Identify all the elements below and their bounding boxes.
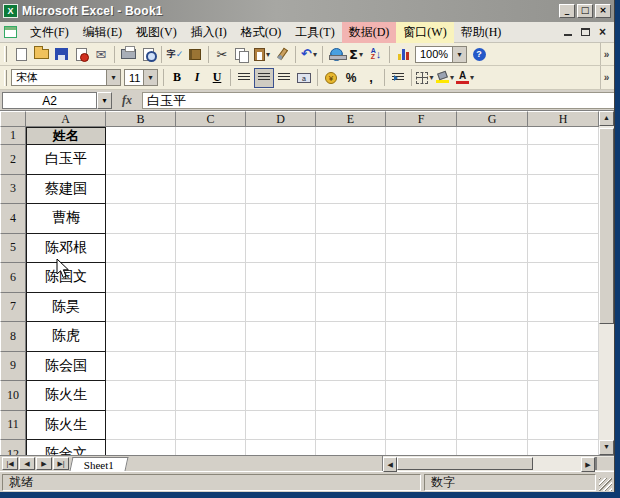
menu-item[interactable]: 工具(T) <box>288 22 341 43</box>
cell-c9[interactable] <box>176 352 246 382</box>
previous-sheet-button[interactable]: ◀ <box>19 457 35 470</box>
menu-item[interactable]: 插入(I) <box>184 22 234 43</box>
vertical-scrollbar[interactable]: ▲ ▼ <box>599 111 614 455</box>
cell-g9[interactable] <box>457 352 528 382</box>
cell-f10[interactable] <box>386 381 457 411</box>
toolbar-drag-handle[interactable] <box>4 46 7 62</box>
cell-d9[interactable] <box>246 352 316 382</box>
cell-f9[interactable] <box>386 352 457 382</box>
email-button[interactable]: ✉ <box>91 44 111 64</box>
cell-e2[interactable] <box>316 145 386 175</box>
menu-item[interactable]: 窗口(W) <box>396 22 453 43</box>
maximize-button[interactable]: □ <box>577 4 593 18</box>
cell-e10[interactable] <box>316 381 386 411</box>
chevron-down-icon[interactable]: ▾ <box>266 50 270 59</box>
cell-g1[interactable] <box>457 127 528 145</box>
cut-button[interactable]: ✂ <box>212 44 232 64</box>
cell-h8[interactable] <box>528 322 599 352</box>
column-header-c[interactable]: C <box>176 111 246 127</box>
horizontal-scrollbar-thumb[interactable] <box>397 457 533 470</box>
cell-d5[interactable] <box>246 234 316 264</box>
toolbar-options-button[interactable]: » <box>600 43 612 65</box>
cell-g7[interactable] <box>457 293 528 323</box>
formula-input[interactable]: 白玉平 <box>142 92 614 109</box>
cell-h9[interactable] <box>528 352 599 382</box>
cell-h4[interactable] <box>528 204 599 234</box>
help-button[interactable]: ? <box>469 44 489 64</box>
cell-a9[interactable]: 陈会国 <box>26 352 106 382</box>
cell-d6[interactable] <box>246 263 316 293</box>
chart-wizard-button[interactable] <box>393 44 413 64</box>
cell-g8[interactable] <box>457 322 528 352</box>
workbook-close-icon[interactable]: × <box>599 27 606 37</box>
cell-d3[interactable] <box>246 175 316 205</box>
cell-f5[interactable] <box>386 234 457 264</box>
chevron-down-icon[interactable]: ▾ <box>470 73 474 82</box>
cell-h3[interactable] <box>528 175 599 205</box>
chevron-down-icon[interactable]: ▾ <box>452 47 466 62</box>
autosum-button[interactable]: Σ▾ <box>346 44 366 64</box>
row-header-12[interactable]: 12 <box>0 440 26 455</box>
new-button[interactable] <box>11 44 31 64</box>
cell-f6[interactable] <box>386 263 457 293</box>
cell-b12[interactable] <box>106 440 176 455</box>
cell-h1[interactable] <box>528 127 599 145</box>
menu-item[interactable]: 文件(F) <box>23 22 76 43</box>
cell-e9[interactable] <box>316 352 386 382</box>
scroll-down-button[interactable]: ▼ <box>599 440 614 455</box>
column-header-f[interactable]: F <box>386 111 457 127</box>
minimize-button[interactable]: _ <box>559 4 575 18</box>
row-header-10[interactable]: 10 <box>0 381 26 411</box>
cell-h5[interactable] <box>528 234 599 264</box>
currency-style-button[interactable]: ¥ <box>321 68 341 88</box>
cell-f2[interactable] <box>386 145 457 175</box>
italic-button[interactable]: I <box>187 68 207 88</box>
cell-c1[interactable] <box>176 127 246 145</box>
cell-c6[interactable] <box>176 263 246 293</box>
cell-c4[interactable] <box>176 204 246 234</box>
cell-b3[interactable] <box>106 175 176 205</box>
scroll-right-button[interactable]: ▶ <box>581 457 595 472</box>
insert-function-button[interactable]: fx <box>112 93 142 108</box>
cell-c7[interactable] <box>176 293 246 323</box>
cell-h10[interactable] <box>528 381 599 411</box>
column-header-g[interactable]: G <box>457 111 528 127</box>
cell-a7[interactable]: 陈昊 <box>26 293 106 323</box>
cell-a10[interactable]: 陈火生 <box>26 381 106 411</box>
align-right-button[interactable] <box>274 68 294 88</box>
cell-f12[interactable] <box>386 440 457 455</box>
cell-b4[interactable] <box>106 204 176 234</box>
cell-e4[interactable] <box>316 204 386 234</box>
font-color-button[interactable]: A ▾ <box>455 68 475 88</box>
cell-c11[interactable] <box>176 411 246 441</box>
cell-f4[interactable] <box>386 204 457 234</box>
cell-c10[interactable] <box>176 381 246 411</box>
workbook-icon[interactable] <box>4 26 17 38</box>
row-header-5[interactable]: 5 <box>0 234 26 264</box>
tab-sheet1[interactable]: Sheet1 <box>70 457 129 471</box>
row-header-1[interactable]: 1 <box>0 127 26 145</box>
close-button[interactable]: × <box>595 4 611 18</box>
save-button[interactable] <box>51 44 71 64</box>
vertical-scrollbar-thumb[interactable] <box>599 128 614 324</box>
menu-item[interactable]: 数据(D) <box>342 22 397 43</box>
cell-a2[interactable]: 白玉平 <box>26 145 106 175</box>
workbook-minimize-icon[interactable] <box>564 34 572 36</box>
cell-h11[interactable] <box>528 411 599 441</box>
excel-app-icon[interactable]: X <box>3 4 18 18</box>
undo-button[interactable]: ↶▾ <box>299 44 319 64</box>
align-left-button[interactable] <box>234 68 254 88</box>
workbook-restore-icon[interactable] <box>581 28 590 36</box>
column-header-d[interactable]: D <box>246 111 316 127</box>
cell-c8[interactable] <box>176 322 246 352</box>
row-header-8[interactable]: 8 <box>0 322 26 352</box>
cell-b5[interactable] <box>106 234 176 264</box>
row-header-2[interactable]: 2 <box>0 145 26 175</box>
cell-d2[interactable] <box>246 145 316 175</box>
cell-c2[interactable] <box>176 145 246 175</box>
scroll-up-button[interactable]: ▲ <box>599 111 614 126</box>
cell-d12[interactable] <box>246 440 316 455</box>
cell-g4[interactable] <box>457 204 528 234</box>
menu-item[interactable]: 帮助(H) <box>454 22 509 43</box>
format-painter-button[interactable] <box>272 44 292 64</box>
